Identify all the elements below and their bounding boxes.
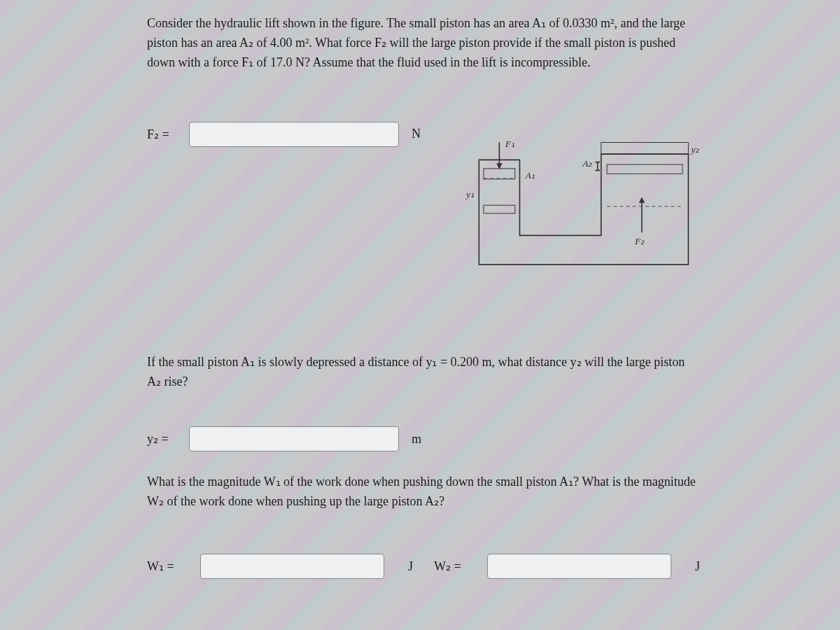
- w1-input[interactable]: [200, 554, 384, 579]
- svg-rect-1: [484, 169, 515, 179]
- question-3: What is the magnitude W₁ of the work don…: [147, 472, 700, 512]
- svg-rect-3: [607, 164, 682, 174]
- problem-intro: Consider the hydraulic lift shown in the…: [147, 14, 700, 73]
- w2-label: W₂ =: [434, 559, 466, 574]
- fig-label-a2: A₂: [582, 158, 592, 169]
- fig-label-f1: F₁: [505, 139, 514, 149]
- fig-label-y1: y₁: [465, 189, 474, 200]
- fig-label-a1: A₁: [525, 170, 535, 181]
- f2-label: F₂ =: [147, 127, 179, 142]
- y2-label: y₂ =: [147, 431, 179, 447]
- svg-rect-2: [484, 205, 515, 214]
- svg-rect-0: [601, 142, 689, 154]
- w2-unit: J: [695, 559, 700, 574]
- question-2: If the small piston A₁ is slowly depress…: [147, 353, 700, 392]
- hydraulic-figure: F₁ y₁ A₁ A₂ y₂ F₂: [456, 122, 700, 297]
- w2-input[interactable]: [487, 554, 671, 579]
- w1-label: W₁ =: [147, 559, 179, 574]
- y2-unit: m: [412, 432, 421, 447]
- f2-unit: N: [412, 127, 421, 141]
- svg-marker-9: [639, 197, 645, 202]
- answer-row-y2: y₂ = m: [147, 426, 700, 451]
- f2-input[interactable]: [189, 122, 399, 147]
- fig-label-y2: y₂: [690, 144, 700, 155]
- answer-row-work: W₁ = J W₂ = J: [147, 554, 700, 579]
- fig-label-f2: F₂: [634, 236, 645, 246]
- answer-row-f2: F₂ = N: [147, 122, 421, 147]
- w1-unit: J: [408, 559, 413, 574]
- y2-input[interactable]: [189, 426, 399, 451]
